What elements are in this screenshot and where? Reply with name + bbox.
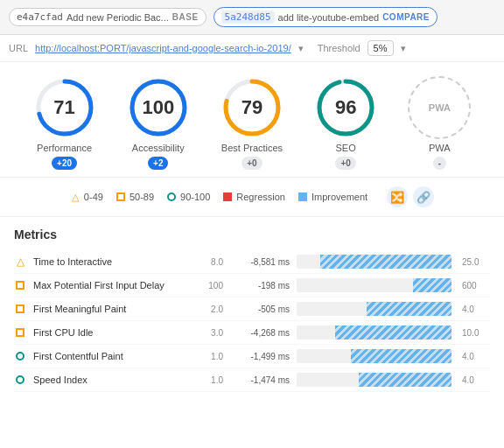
legend-regression-label: Regression bbox=[236, 192, 285, 202]
metric-bar-container bbox=[297, 326, 452, 340]
legend-improvement-label: Improvement bbox=[312, 192, 368, 202]
url-value[interactable]: http://localhost:PORT/javascript-and-goo… bbox=[35, 43, 291, 53]
base-commit-badge[interactable]: e4a7cfad Add new Periodic Bac... BASE bbox=[9, 8, 206, 26]
metric-bar-container bbox=[297, 349, 452, 363]
compare-commit-hash: 5a248d85 bbox=[221, 10, 275, 24]
metric-max-val: 4.0 bbox=[462, 304, 490, 314]
metric-base-val: 1.0 bbox=[195, 375, 223, 385]
metric-max-val: 600 bbox=[462, 281, 490, 290]
score-performance: 71 Performance +20 bbox=[33, 76, 96, 170]
metric-name: Time to Interactive bbox=[33, 256, 188, 267]
metric-row-first-contentful-paint: First Contentful Paint 1.0 -1,499 ms 4.0 bbox=[14, 345, 490, 368]
pwa-circle: PWA bbox=[408, 76, 471, 139]
circle-icon bbox=[166, 192, 177, 202]
accessibility-circle: 100 bbox=[127, 76, 190, 139]
metric-icon-circle bbox=[14, 350, 26, 362]
score-best-practices: 79 Best Practices +0 bbox=[220, 76, 284, 170]
square-icon bbox=[116, 192, 126, 202]
improvement-icon bbox=[298, 192, 308, 202]
best-practices-label: Best Practices bbox=[221, 143, 283, 153]
base-commit-description: Add new Periodic Bac... bbox=[66, 12, 169, 23]
metric-bar bbox=[320, 255, 452, 269]
best-practices-circle: 79 bbox=[220, 76, 284, 139]
legend-regression: Regression bbox=[222, 192, 285, 202]
metric-delta-val: -4,268 ms bbox=[230, 328, 290, 338]
url-dropdown-arrow[interactable]: ▾ bbox=[298, 43, 304, 54]
accessibility-label: Accessibility bbox=[132, 143, 185, 153]
metric-max-val: 4.0 bbox=[462, 375, 490, 385]
action-shuffle-button[interactable]: 🔀 bbox=[387, 186, 408, 207]
metric-icon-triangle: △ bbox=[14, 256, 26, 268]
metric-delta-val: -505 ms bbox=[230, 304, 290, 314]
metric-bar-container bbox=[297, 278, 452, 292]
metric-name: Max Potential First Input Delay bbox=[33, 280, 188, 290]
legend-improvement: Improvement bbox=[298, 192, 368, 202]
legend-50-89-label: 50-89 bbox=[130, 192, 154, 202]
metric-max-val: 4.0 bbox=[462, 352, 490, 361]
performance-label: Performance bbox=[37, 143, 92, 153]
seo-value: 96 bbox=[335, 96, 356, 119]
metric-base-val: 100 bbox=[195, 281, 223, 290]
legend-actions: 🔀 🔗 bbox=[387, 186, 434, 207]
metric-base-val: 8.0 bbox=[195, 257, 223, 267]
metrics-rows: △ Time to Interactive 8.0 -8,581 ms 25.0… bbox=[14, 250, 490, 392]
scores-area: 71 Performance +20 100 Accessibility +2 … bbox=[0, 62, 504, 178]
pwa-delta: - bbox=[433, 157, 446, 170]
seo-label: SEO bbox=[336, 143, 356, 153]
action-link-button[interactable]: 🔗 bbox=[413, 186, 434, 207]
metric-icon-square bbox=[14, 326, 26, 339]
performance-delta: +20 bbox=[52, 157, 77, 170]
metric-row-first-meaningful-paint: First Meaningful Paint 2.0 -505 ms 4.0 bbox=[14, 298, 490, 321]
metrics-title: Metrics bbox=[14, 228, 490, 242]
compare-commit-description: add lite-youtube-embed bbox=[278, 12, 380, 23]
base-commit-hash: e4a7cfad bbox=[17, 11, 63, 23]
accessibility-delta: +2 bbox=[148, 157, 168, 170]
metric-name: Speed Index bbox=[33, 374, 188, 385]
metric-bar-container bbox=[297, 373, 452, 387]
metric-delta-val: -198 ms bbox=[230, 281, 290, 290]
base-label: BASE bbox=[172, 12, 199, 22]
metric-name: First Contentful Paint bbox=[33, 351, 188, 361]
metric-bar bbox=[335, 326, 452, 340]
threshold-dropdown-arrow[interactable]: ▾ bbox=[401, 43, 406, 54]
metric-bar bbox=[413, 278, 452, 292]
metric-name: First CPU Idle bbox=[33, 327, 188, 338]
metric-row-speed-index: Speed Index 1.0 -1,474 ms 4.0 bbox=[14, 368, 490, 392]
best-practices-value: 79 bbox=[242, 96, 262, 119]
legend-0-49-label: 0-49 bbox=[84, 192, 103, 202]
legend: △ 0-49 50-89 90-100 Regression Improveme… bbox=[0, 178, 504, 217]
threshold-value[interactable]: 5% bbox=[368, 40, 394, 56]
legend-90-100: 90-100 bbox=[166, 192, 210, 202]
url-label-text: URL bbox=[9, 43, 28, 53]
legend-0-49: △ 0-49 bbox=[70, 192, 103, 202]
compare-commit-badge[interactable]: 5a248d85 add lite-youtube-embed COMPARE bbox=[214, 7, 438, 27]
metric-bar bbox=[367, 302, 452, 316]
metric-icon-square bbox=[14, 279, 26, 291]
triangle-icon: △ bbox=[70, 192, 80, 202]
pwa-label: PWA bbox=[429, 143, 451, 153]
seo-circle: 96 bbox=[314, 76, 377, 139]
metrics-section: Metrics △ Time to Interactive 8.0 -8,581… bbox=[0, 217, 504, 402]
accessibility-value: 100 bbox=[142, 96, 174, 119]
metric-row-time-to-interactive: △ Time to Interactive 8.0 -8,581 ms 25.0 bbox=[14, 250, 490, 274]
metric-bar bbox=[359, 373, 452, 387]
metric-row-first-cpu-idle: First CPU Idle 3.0 -4,268 ms 10.0 bbox=[14, 321, 490, 345]
url-bar: URL http://localhost:PORT/javascript-and… bbox=[0, 35, 504, 62]
metric-base-val: 2.0 bbox=[195, 304, 223, 314]
metric-bar-container bbox=[297, 302, 452, 316]
performance-value: 71 bbox=[53, 96, 74, 119]
legend-90-100-label: 90-100 bbox=[180, 192, 210, 202]
top-bar: e4a7cfad Add new Periodic Bac... BASE 5a… bbox=[0, 0, 504, 35]
threshold-label: Threshold bbox=[318, 43, 360, 53]
metric-icon-circle bbox=[14, 374, 26, 386]
metric-base-val: 1.0 bbox=[195, 352, 223, 361]
performance-circle: 71 bbox=[33, 76, 96, 139]
metric-base-val: 3.0 bbox=[195, 328, 223, 338]
legend-50-89: 50-89 bbox=[116, 192, 154, 202]
metric-delta-val: -1,499 ms bbox=[230, 352, 290, 361]
metric-delta-val: -8,581 ms bbox=[230, 257, 290, 267]
compare-label: COMPARE bbox=[382, 12, 430, 22]
best-practices-delta: +0 bbox=[242, 157, 262, 170]
regression-icon bbox=[222, 192, 233, 202]
metric-max-val: 25.0 bbox=[462, 257, 490, 267]
